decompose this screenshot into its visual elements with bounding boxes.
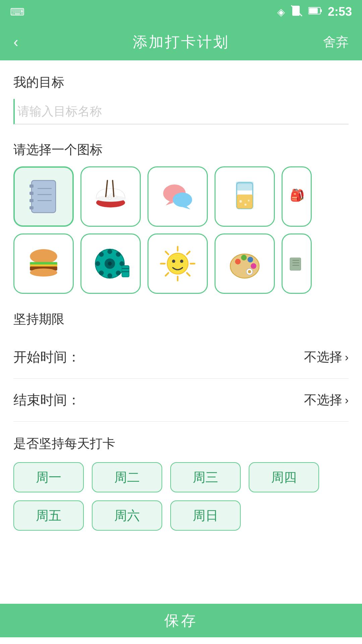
- day-grid: 周一 周二 周三 周四 周五 周六 周日: [13, 462, 349, 531]
- svg-point-45: [99, 252, 104, 257]
- signal-icon: ◈: [277, 6, 285, 18]
- svg-rect-31: [236, 182, 254, 184]
- svg-point-67: [251, 263, 256, 269]
- icon-partial-row2[interactable]: [282, 233, 312, 294]
- svg-rect-27: [237, 195, 253, 209]
- app-header: ‹ 添加打卡计划 舍弃: [0, 23, 362, 60]
- icon-film[interactable]: [80, 233, 141, 294]
- svg-line-59: [166, 273, 168, 276]
- svg-point-65: [241, 255, 247, 261]
- keyboard-icon: ⌨: [10, 6, 24, 18]
- svg-point-29: [244, 204, 246, 206]
- svg-point-23: [173, 193, 192, 207]
- icon-rice-bowl[interactable]: [80, 166, 141, 227]
- svg-rect-7: [29, 192, 34, 195]
- start-time-value: 不选择 ›: [304, 348, 349, 366]
- svg-point-44: [119, 261, 124, 266]
- svg-point-48: [116, 270, 121, 275]
- goal-input[interactable]: [13, 99, 349, 124]
- icon-drink[interactable]: [215, 166, 275, 227]
- day-row-1: 周一 周二 周三 周四: [13, 462, 349, 492]
- icon-chat[interactable]: [147, 166, 208, 227]
- back-button[interactable]: ‹: [13, 34, 18, 50]
- main-content: 我的目标 请选择一个图标: [0, 60, 362, 614]
- svg-point-33: [30, 249, 57, 264]
- svg-point-41: [107, 249, 112, 254]
- svg-point-60: [167, 253, 188, 274]
- discard-button[interactable]: 舍弃: [323, 34, 349, 51]
- goal-section: 我的目标: [13, 74, 349, 124]
- duration-label: 坚持期限: [13, 311, 349, 328]
- svg-rect-8: [29, 199, 34, 202]
- end-time-label: 结束时间：: [13, 391, 80, 409]
- start-time-chevron: ›: [345, 351, 349, 364]
- icon-section-label: 请选择一个图标: [13, 141, 349, 158]
- day-tuesday[interactable]: 周二: [92, 462, 162, 492]
- svg-rect-3: [320, 9, 322, 12]
- svg-point-61: [172, 260, 175, 263]
- svg-rect-9: [29, 206, 34, 210]
- end-time-row[interactable]: 结束时间： 不选择 ›: [13, 379, 349, 422]
- svg-rect-49: [122, 266, 129, 277]
- icon-grid: 🎒: [13, 166, 349, 294]
- day-row-2: 周五 周六 周日: [13, 500, 349, 531]
- svg-line-57: [187, 273, 190, 276]
- svg-rect-4: [309, 8, 318, 13]
- svg-point-40: [108, 262, 112, 266]
- icon-partial-row1[interactable]: 🎒: [282, 166, 312, 227]
- day-saturday[interactable]: 周六: [92, 500, 162, 531]
- save-btn-container: 保存: [0, 597, 362, 644]
- svg-point-28: [239, 200, 242, 203]
- svg-line-56: [166, 252, 168, 254]
- day-monday[interactable]: 周一: [13, 462, 84, 492]
- svg-rect-6: [29, 184, 34, 188]
- icon-section: 请选择一个图标: [13, 141, 349, 294]
- start-time-row[interactable]: 开始时间： 不选择 ›: [13, 336, 349, 379]
- icon-sun[interactable]: [147, 233, 208, 294]
- start-time-label: 开始时间：: [13, 348, 80, 366]
- page-title: 添加打卡计划: [133, 32, 229, 52]
- end-time-chevron: ›: [345, 393, 349, 407]
- svg-point-62: [180, 260, 183, 263]
- svg-point-69: [248, 270, 251, 273]
- status-bar: ⌨ ◈ 2:53: [0, 0, 362, 23]
- day-thursday[interactable]: 周四: [249, 462, 319, 492]
- svg-point-46: [116, 252, 121, 257]
- battery-icon: [308, 6, 322, 17]
- icon-notebook[interactable]: [13, 166, 74, 227]
- checkin-section: 是否坚持每天打卡 周一 周二 周三 周四 周五 周六 周日: [13, 435, 349, 531]
- status-time: 2:53: [328, 5, 352, 19]
- svg-rect-5: [32, 180, 56, 213]
- svg-point-42: [107, 273, 112, 278]
- svg-point-16: [110, 194, 113, 196]
- duration-section: 坚持期限 开始时间： 不选择 › 结束时间： 不选择 ›: [13, 311, 349, 422]
- svg-point-43: [95, 261, 100, 266]
- icon-row-2: [13, 233, 349, 294]
- icon-palette[interactable]: [215, 233, 275, 294]
- checkin-label: 是否坚持每天打卡: [13, 435, 349, 452]
- no-sim-icon: [291, 5, 302, 19]
- end-time-value: 不选择 ›: [304, 391, 349, 409]
- svg-text:🎒: 🎒: [290, 188, 305, 202]
- day-friday[interactable]: 周五: [13, 500, 84, 531]
- svg-point-64: [235, 259, 241, 265]
- svg-rect-70: [290, 258, 301, 271]
- icon-burger[interactable]: [13, 233, 74, 294]
- day-wednesday[interactable]: 周三: [170, 462, 241, 492]
- svg-point-66: [247, 257, 253, 263]
- svg-point-30: [248, 200, 250, 202]
- day-sunday[interactable]: 周日: [170, 500, 241, 531]
- icon-row-1: 🎒: [13, 166, 349, 227]
- svg-point-47: [99, 270, 104, 275]
- svg-point-37: [30, 268, 57, 276]
- goal-label: 我的目标: [13, 74, 349, 91]
- svg-line-58: [187, 252, 190, 254]
- svg-point-18: [108, 197, 112, 199]
- save-button[interactable]: 保存: [0, 604, 362, 637]
